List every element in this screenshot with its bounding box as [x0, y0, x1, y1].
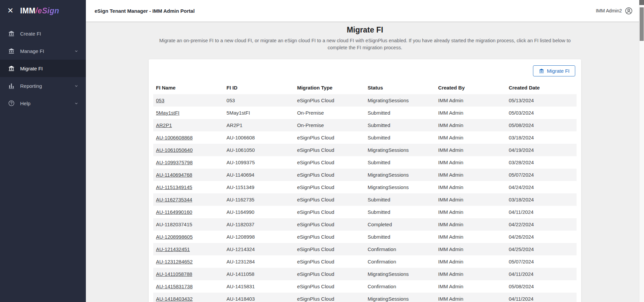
column-header-created-date: Created Date	[506, 81, 577, 94]
status-cell: Submitted	[365, 119, 435, 131]
migration-type-cell: eSignPlus Cloud	[294, 193, 365, 206]
table-row: AU-1415831738 AU-1415831 eSignPlus Cloud…	[153, 280, 577, 293]
user-icon[interactable]	[625, 7, 633, 15]
scrollbar-thumb[interactable]	[640, 7, 644, 41]
user-name: IMM Admin2	[596, 8, 622, 13]
fi-name-cell: AU-1162735344	[153, 193, 224, 206]
status-cell: MigratingSessions	[365, 293, 435, 302]
table-row: AU-1099375798 AU-1099375 eSignPlus Cloud…	[153, 156, 577, 169]
fi-name-cell: 053	[153, 94, 224, 107]
sidebar-item-label: Create FI	[20, 31, 41, 37]
created-by-cell: IMM Admin	[435, 255, 506, 268]
fi-name-cell: AU-1418403432	[153, 293, 224, 302]
migration-type-cell: eSignPlus Cloud	[294, 181, 365, 193]
sidebar-nav: Create FI Manage FI Migrate FI Reporting…	[0, 25, 86, 112]
close-sidebar-icon[interactable]: ✕	[7, 7, 14, 14]
fi-name-link[interactable]: AU-121432451	[156, 246, 190, 252]
created-date-cell: 05/13/2024	[506, 94, 577, 107]
status-cell: Submitted	[365, 131, 435, 144]
sidebar-header: ✕ IMM/eSign	[0, 0, 86, 21]
created-by-cell: IMM Admin	[435, 131, 506, 144]
sidebar: ✕ IMM/eSign Create FI Manage FI Migrate …	[0, 0, 86, 302]
table-row: AU-1151349145 AU-1151349 eSignPlus Cloud…	[153, 181, 577, 193]
migration-type-cell: eSignPlus Cloud	[294, 206, 365, 218]
sidebar-item-label: Help	[20, 101, 31, 106]
migration-type-cell: eSignPlus Cloud	[294, 156, 365, 169]
created-date-cell: 04/22/2024	[506, 218, 577, 231]
migration-type-cell: eSignPlus Cloud	[294, 268, 365, 280]
page-scrollbar[interactable]	[639, 0, 644, 302]
table-row: AU-1164990160 AU-1164990 eSignPlus Cloud…	[153, 206, 577, 218]
fi-name-cell: AU-1182037415	[153, 218, 224, 231]
migrate-fi-button[interactable]: Migrate FI	[533, 65, 575, 76]
fi-name-link[interactable]: AU-1099375798	[156, 160, 193, 165]
fi-name-link[interactable]: 053	[156, 98, 164, 103]
fi-name-link[interactable]: AR2P1	[156, 122, 172, 128]
chevron-down-icon	[74, 101, 78, 106]
fi-id-cell: AU-1164990	[224, 206, 294, 218]
created-by-cell: IMM Admin	[435, 144, 506, 156]
created-by-cell: IMM Admin	[435, 156, 506, 169]
migration-type-cell: eSignPlus Cloud	[294, 293, 365, 302]
fi-id-cell: AR2P1	[224, 119, 294, 131]
migration-type-cell: eSignPlus Cloud	[294, 243, 365, 255]
created-date-cell: 04/11/2024	[506, 268, 577, 280]
fi-name-link[interactable]: AU-1411058788	[156, 271, 192, 277]
brand-logo: IMM/eSign	[20, 6, 59, 15]
status-cell: Confirmation	[365, 280, 435, 293]
table-row: 5May1stFI 5May1stFI On-Premise Submitted…	[153, 107, 577, 119]
table-row: AU-1182037415 AU-1182037 eSignPlus Cloud…	[153, 218, 577, 231]
table-row: AU-1208998605 AU-1208998 eSignPlus Cloud…	[153, 231, 577, 243]
created-date-cell: 05/03/2024	[506, 107, 577, 119]
created-date-cell: 04/25/2024	[506, 243, 577, 255]
created-date-cell: 05/07/2024	[506, 255, 577, 268]
status-cell: MigratingSessions	[365, 169, 435, 181]
fi-name-link[interactable]: AU-1415831738	[156, 284, 193, 289]
created-by-cell: IMM Admin	[435, 243, 506, 255]
fi-name-cell: AU-1006608868	[153, 131, 224, 144]
scrollbar-up-arrow[interactable]	[639, 0, 644, 5]
fi-table-header: FI Name FI ID Migration Type Status Crea…	[153, 81, 577, 94]
fi-name-link[interactable]: AU-1418403432	[156, 296, 193, 302]
sidebar-item-manage-fi[interactable]: Manage FI	[0, 42, 86, 60]
created-date-cell: 04/11/2024	[506, 293, 577, 302]
fi-name-link[interactable]: AU-1208998605	[156, 234, 193, 240]
status-cell: MigratingSessions	[365, 144, 435, 156]
created-by-cell: IMM Admin	[435, 119, 506, 131]
fi-name-link[interactable]: 5May1stFI	[156, 110, 179, 116]
fi-name-link[interactable]: AU-1164990160	[156, 209, 192, 215]
fi-name-link[interactable]: AU-1140694768	[156, 172, 192, 178]
created-by-cell: IMM Admin	[435, 94, 506, 107]
status-cell: Confirmation	[365, 243, 435, 255]
sidebar-item-reporting[interactable]: Reporting	[0, 77, 86, 95]
fi-id-cell: AU-1006608	[224, 131, 294, 144]
migration-type-cell: On-Premise	[294, 107, 365, 119]
sidebar-item-migrate-fi[interactable]: Migrate FI	[0, 60, 86, 77]
migrate-fi-button-label: Migrate FI	[547, 68, 570, 74]
fi-name-link[interactable]: AU-1151349145	[156, 184, 192, 190]
fi-name-link[interactable]: AU-1231284652	[156, 259, 193, 264]
fi-name-link[interactable]: AU-1006608868	[156, 135, 193, 140]
column-header-fi-name: FI Name	[153, 81, 224, 94]
fi-name-cell: AU-1140694768	[153, 169, 224, 181]
migration-type-cell: eSignPlus Cloud	[294, 231, 365, 243]
table-row: AU-1061050640 AU-1061050 eSignPlus Cloud…	[153, 144, 577, 156]
fi-name-link[interactable]: AU-1162735344	[156, 197, 192, 202]
created-date-cell: 03/18/2024	[506, 193, 577, 206]
page-title: Migrate FI	[86, 25, 644, 35]
created-by-cell: IMM Admin	[435, 193, 506, 206]
sidebar-item-create-fi[interactable]: Create FI	[0, 25, 86, 42]
fi-name-link[interactable]: AU-1061050640	[156, 147, 193, 153]
chevron-down-icon	[74, 49, 78, 53]
created-by-cell: IMM Admin	[435, 206, 506, 218]
created-date-cell: 04/24/2024	[506, 181, 577, 193]
fi-id-cell: AU-1099375	[224, 156, 294, 169]
created-by-cell: IMM Admin	[435, 280, 506, 293]
user-menu[interactable]: IMM Admin2	[596, 7, 633, 15]
fi-table: FI Name FI ID Migration Type Status Crea…	[153, 81, 577, 302]
sidebar-item-help[interactable]: Help	[0, 95, 86, 112]
fi-id-cell: AU-1151349	[224, 181, 294, 193]
created-by-cell: IMM Admin	[435, 107, 506, 119]
sidebar-item-label: Manage FI	[20, 48, 44, 54]
fi-id-cell: AU-1208998	[224, 231, 294, 243]
